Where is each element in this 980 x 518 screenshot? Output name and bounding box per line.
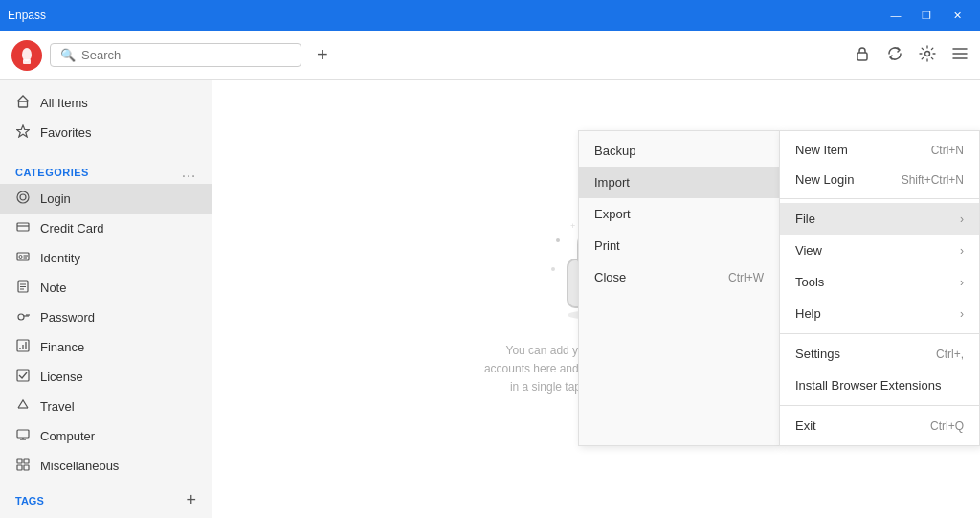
categories-header: CATEGORIES …: [0, 155, 212, 184]
hamburger-icon: [951, 45, 969, 62]
main-menu: New Item Ctrl+N New Login Shift+Ctrl+N F…: [779, 130, 980, 446]
minimize-button[interactable]: —: [880, 0, 911, 31]
identity-icon: [15, 250, 31, 266]
gear-icon: [919, 45, 936, 62]
svg-point-38: [556, 238, 560, 242]
enpass-logo-icon: [16, 45, 37, 66]
misc-icon: [15, 458, 31, 474]
license-label: License: [40, 370, 83, 384]
sidebar-item-finance[interactable]: Finance: [0, 332, 212, 362]
tags-footer: TAGS +: [0, 481, 212, 518]
menu-button[interactable]: [951, 45, 969, 66]
window-controls: — ❐ ✕: [880, 0, 972, 31]
menu-new-item[interactable]: New Item Ctrl+N: [780, 135, 979, 165]
password-icon: [15, 309, 31, 326]
menu-divider-2: [780, 333, 979, 334]
submenu-print[interactable]: Print: [579, 230, 779, 261]
sidebar-item-miscellaneous[interactable]: Miscellaneous: [0, 451, 212, 481]
login-label: Login: [40, 191, 71, 206]
finance-label: Finance: [40, 340, 84, 354]
file-submenu: Backup Import Export Print Close Ctrl+W: [578, 130, 779, 446]
sidebar-item-travel[interactable]: Travel: [0, 392, 212, 421]
travel-label: Travel: [40, 399, 75, 414]
sidebar-item-credit-card[interactable]: Credit Card: [0, 214, 212, 243]
svg-rect-36: [17, 465, 22, 470]
identity-label: Identity: [40, 251, 80, 265]
menu-settings[interactable]: Settings Ctrl+,: [780, 338, 979, 370]
svg-point-41: [551, 267, 555, 271]
title-bar-left: Enpass: [8, 9, 46, 22]
finance-icon: [15, 339, 31, 355]
app-title: Enpass: [8, 9, 46, 22]
toolbar: 🔍 +: [0, 31, 980, 80]
categories-more-button[interactable]: …: [181, 165, 196, 180]
sync-button[interactable]: [886, 45, 903, 66]
svg-marker-8: [17, 125, 30, 137]
search-input[interactable]: [81, 48, 291, 62]
svg-point-0: [22, 48, 32, 61]
restore-button[interactable]: ❐: [911, 0, 942, 31]
svg-point-3: [925, 51, 930, 56]
sidebar-top-items: All Items Favorites: [0, 80, 212, 155]
close-button[interactable]: ✕: [942, 0, 972, 31]
svg-point-9: [17, 191, 29, 203]
svg-rect-2: [858, 53, 867, 60]
add-button[interactable]: +: [309, 40, 336, 70]
app-logo: [11, 40, 42, 71]
settings-button[interactable]: [919, 45, 936, 66]
svg-rect-29: [17, 370, 29, 381]
submenu-import[interactable]: Import: [579, 167, 779, 198]
svg-rect-1: [23, 59, 31, 64]
svg-rect-11: [17, 223, 29, 231]
favorites-label: Favorites: [40, 125, 91, 140]
svg-rect-35: [24, 459, 29, 463]
sidebar-item-password[interactable]: Password: [0, 303, 212, 332]
sidebar-item-license[interactable]: License: [0, 362, 212, 392]
sidebar-item-login[interactable]: Login: [0, 184, 212, 214]
search-icon: 🔍: [60, 48, 76, 62]
svg-rect-34: [17, 459, 22, 463]
submenu-backup[interactable]: Backup: [579, 135, 779, 167]
sidebar-item-all-items[interactable]: All Items: [0, 88, 212, 118]
sidebar-item-favorites[interactable]: Favorites: [0, 118, 212, 147]
star-icon: [15, 124, 31, 141]
menu-new-login[interactable]: New Login Shift+Ctrl+N: [780, 165, 979, 194]
categories-label: CATEGORIES: [15, 167, 89, 178]
menu-install-browser-extensions[interactable]: Install Browser Extensions: [780, 370, 979, 401]
menu-divider-3: [780, 405, 979, 406]
toolbar-actions: [854, 45, 969, 66]
menu-help[interactable]: Help ›: [780, 298, 979, 329]
sync-icon: [886, 45, 903, 62]
travel-icon: [15, 398, 31, 415]
lock-button[interactable]: [854, 45, 871, 66]
svg-text:+: +: [570, 221, 575, 231]
computer-icon: [15, 428, 31, 444]
tags-add-button[interactable]: +: [186, 490, 196, 510]
submenu-close[interactable]: Close Ctrl+W: [579, 261, 779, 293]
svg-point-10: [20, 194, 26, 200]
menu-file[interactable]: File ›: [780, 203, 979, 235]
login-icon: [15, 191, 31, 207]
svg-rect-37: [24, 465, 29, 470]
chevron-right-icon: ›: [960, 276, 964, 289]
svg-point-21: [18, 314, 24, 320]
lock-icon: [854, 45, 871, 62]
computer-label: Computer: [40, 429, 95, 443]
menu-tools[interactable]: Tools ›: [780, 266, 979, 298]
menu-exit[interactable]: Exit Ctrl+Q: [780, 410, 979, 441]
license-icon: [15, 369, 31, 385]
svg-point-14: [19, 256, 22, 259]
svg-rect-7: [19, 101, 28, 107]
svg-rect-31: [17, 430, 29, 438]
password-label: Password: [40, 310, 95, 325]
sidebar-item-computer[interactable]: Computer: [0, 421, 212, 451]
sidebar-item-note[interactable]: Note: [0, 273, 212, 303]
chevron-right-icon: ›: [960, 307, 964, 321]
menu-overlay: Backup Import Export Print Close Ctrl+W: [578, 130, 980, 446]
submenu-export[interactable]: Export: [579, 198, 779, 230]
sidebar-item-identity[interactable]: Identity: [0, 243, 212, 273]
tags-label: TAGS: [15, 495, 44, 507]
menu-view[interactable]: View ›: [780, 235, 979, 266]
note-label: Note: [40, 281, 66, 295]
search-bar[interactable]: 🔍: [50, 43, 301, 67]
